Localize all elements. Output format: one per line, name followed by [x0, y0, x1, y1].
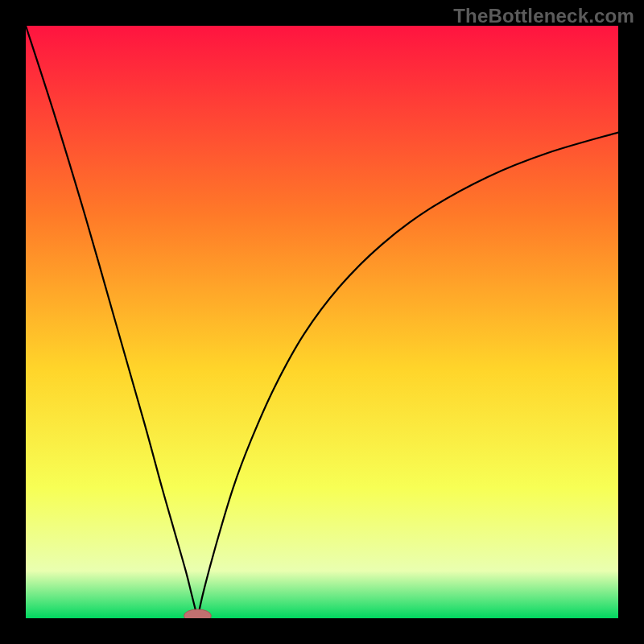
watermark-text: TheBottleneck.com [453, 5, 634, 27]
plot-area [26, 26, 618, 618]
chart-frame: TheBottleneck.com [0, 0, 644, 644]
bottleneck-chart [26, 26, 618, 618]
